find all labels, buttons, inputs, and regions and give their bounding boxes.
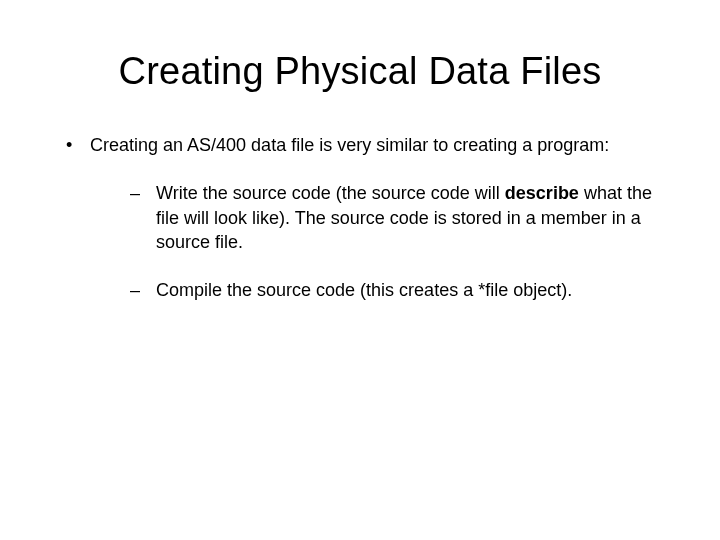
slide-title: Creating Physical Data Files bbox=[60, 50, 660, 93]
bullet-list: Creating an AS/400 data file is very sim… bbox=[60, 133, 660, 302]
bullet-item: Creating an AS/400 data file is very sim… bbox=[60, 133, 660, 302]
bullet-text: Creating an AS/400 data file is very sim… bbox=[90, 135, 609, 155]
sub-bullet-list: Write the source code (the source code w… bbox=[90, 181, 660, 302]
sub-bullet-text-pre: Write the source code (the source code w… bbox=[156, 183, 505, 203]
sub-bullet-item: Write the source code (the source code w… bbox=[90, 181, 660, 254]
sub-bullet-text-bold: describe bbox=[505, 183, 579, 203]
slide: Creating Physical Data Files Creating an… bbox=[0, 0, 720, 540]
sub-bullet-text: Compile the source code (this creates a … bbox=[156, 280, 572, 300]
sub-bullet-item: Compile the source code (this creates a … bbox=[90, 278, 660, 302]
